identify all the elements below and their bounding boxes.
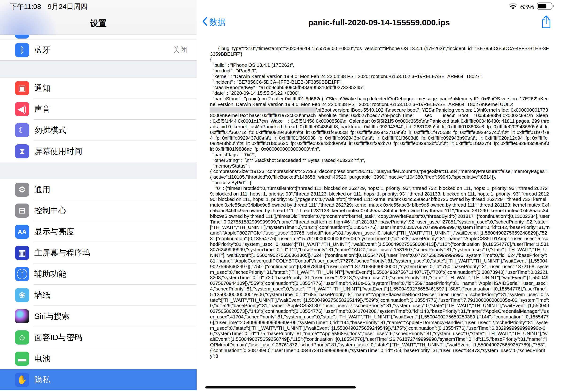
- redacted-kernel-uuid: [210, 107, 316, 113]
- sidebar-item-label: 隐私: [34, 374, 50, 385]
- sidebar-item-label: 屏幕使用时间: [34, 146, 82, 157]
- sidebar-item-label: 通用: [34, 184, 50, 195]
- control-center-icon: ⊟: [15, 204, 29, 218]
- sidebar-item-label: 勿扰模式: [34, 125, 66, 136]
- sidebar-item-face-id[interactable]: ☺面容ID与密码: [0, 327, 197, 348]
- sidebar-item-accessibility[interactable]: ᛉ辅助功能: [0, 263, 197, 285]
- accessibility-icon: ᛉ: [15, 267, 29, 281]
- do-not-disturb-icon-glyph: ☾: [18, 126, 26, 134]
- ipad-settings-screen: 下午11:08 9月24日周四 设置 ᛒ蓝牙关闭▣通知◀)声音☾勿扰模式⧗屏幕使…: [0, 0, 561, 392]
- scrolled-row-peek: [0, 35, 197, 39]
- bluetooth-icon: ᛒ: [15, 43, 29, 57]
- display-brightness-icon-glyph: AA: [18, 229, 27, 235]
- wifi-icon: [508, 3, 518, 11]
- wallpaper-icon-glyph: ❀: [19, 291, 26, 299]
- sidebar-item-control-center[interactable]: ⊟控制中心: [0, 200, 197, 221]
- sounds-icon: ◀): [15, 102, 29, 116]
- sidebar-header: 下午11:08 9月24日周四 设置: [0, 0, 197, 35]
- sidebar-item-wallpaper[interactable]: ❀墙纸: [0, 285, 197, 306]
- detail-pane: 数据 panic-full-2020-09-14-155559.000.ips …: [197, 0, 561, 392]
- share-button[interactable]: [541, 15, 552, 30]
- sidebar-group: ⚙通用⊟控制中心AA显示与亮度▦主屏幕与程序坞ᛉ辅助功能❀墙纸Siri与搜索☺面…: [0, 179, 197, 390]
- do-not-disturb-icon: ☾: [15, 123, 29, 137]
- sidebar-group: ▣通知◀)声音☾勿扰模式⧗屏幕使用时间: [0, 77, 197, 162]
- share-icon: [541, 25, 552, 29]
- screen-time-icon-glyph: ⧗: [19, 147, 25, 156]
- status-bar-left: 下午11:08 9月24日周四: [10, 2, 88, 11]
- sidebar-item-screen-time[interactable]: ⧗屏幕使用时间: [0, 141, 197, 162]
- sidebar-item-label: 控制中心: [34, 205, 66, 216]
- back-button-label: 数据: [209, 17, 226, 28]
- sidebar-title: 设置: [0, 18, 197, 29]
- settings-sidebar: 下午11:08 9月24日周四 设置 ᛒ蓝牙关闭▣通知◀)声音☾勿扰模式⧗屏幕使…: [0, 0, 197, 392]
- battery-setting-icon-glyph: ▬: [18, 354, 26, 363]
- sidebar-item-label: 蓝牙: [34, 45, 50, 55]
- sidebar-item-value: 关闭: [173, 45, 188, 55]
- sidebar-item-sounds[interactable]: ◀)声音: [0, 98, 197, 120]
- home-indicator[interactable]: [205, 386, 356, 389]
- sidebar-item-label: 面容ID与密码: [34, 332, 82, 343]
- privacy-icon-glyph: ✋: [17, 376, 27, 384]
- general-icon-glyph: ⚙: [18, 185, 26, 194]
- sidebar-item-bluetooth[interactable]: ᛒ蓝牙关闭: [0, 39, 197, 60]
- back-button[interactable]: 数据: [202, 17, 226, 28]
- sidebar-item-display-brightness[interactable]: AA显示与亮度: [0, 221, 197, 242]
- crash-log-content[interactable]: {"bug_type":"210","timestamp":"2020-09-1…: [197, 35, 561, 392]
- general-icon: ⚙: [15, 183, 29, 197]
- battery-percent: 63%: [520, 3, 534, 11]
- sidebar-item-label: 墙纸: [34, 290, 50, 301]
- sidebar-item-label: Siri与搜索: [34, 311, 70, 322]
- battery-icon: [537, 1, 555, 12]
- sounds-icon-glyph: ◀): [17, 105, 27, 113]
- home-screen-dock-icon-glyph: ▦: [18, 249, 26, 257]
- face-id-icon-glyph: ☺: [18, 333, 27, 342]
- sidebar-item-label: 主屏幕与程序坞: [34, 248, 90, 258]
- sidebar-item-notifications[interactable]: ▣通知: [0, 77, 197, 98]
- section-separator: [0, 60, 197, 77]
- sidebar-item-do-not-disturb[interactable]: ☾勿扰模式: [0, 120, 197, 141]
- status-bar-right: 63%: [508, 1, 555, 12]
- sidebar-item-label: 辅助功能: [34, 269, 66, 279]
- section-separator: [0, 162, 197, 179]
- notifications-icon-glyph: ▣: [18, 84, 26, 92]
- control-center-icon-glyph: ⊟: [19, 206, 26, 215]
- privacy-icon: ✋: [15, 373, 29, 387]
- chevron-left-icon: [202, 17, 207, 28]
- accessibility-icon-glyph: ᛉ: [17, 269, 27, 279]
- siri-icon: [15, 309, 29, 323]
- crash-log-text-before-uuid: {"bug_type":"210","timestamp":"2020-09-1…: [210, 46, 549, 107]
- wifi-settings-icon: [15, 35, 29, 39]
- crash-log-text-after-uuid: \niBoot version: iBoot-5540.102.4\nsecur…: [210, 107, 552, 359]
- notifications-icon: ▣: [15, 81, 29, 95]
- sidebar-item-label: 声音: [34, 104, 50, 114]
- sidebar-item-privacy[interactable]: ✋隐私: [0, 369, 197, 390]
- sidebar-item-label: 通知: [34, 83, 50, 94]
- sidebar-item-siri[interactable]: Siri与搜索: [0, 306, 197, 327]
- wallpaper-icon: ❀: [15, 288, 29, 302]
- home-screen-dock-icon: ▦: [15, 246, 29, 260]
- status-time: 下午11:08: [10, 2, 41, 11]
- sidebar-item-general[interactable]: ⚙通用: [0, 179, 197, 200]
- sidebar-list[interactable]: ᛒ蓝牙关闭▣通知◀)声音☾勿扰模式⧗屏幕使用时间⚙通用⊟控制中心AA显示与亮度▦…: [0, 35, 197, 392]
- status-date: 9月24日周四: [48, 2, 88, 11]
- page-title: panic-full-2020-09-14-155559.000.ips: [225, 18, 533, 27]
- bluetooth-icon-glyph: ᛒ: [20, 46, 25, 54]
- screen-time-icon: ⧗: [15, 144, 29, 158]
- sidebar-item-home-screen-dock[interactable]: ▦主屏幕与程序坞: [0, 242, 197, 263]
- battery-setting-icon: ▬: [15, 352, 29, 366]
- sidebar-item-label: 显示与亮度: [34, 226, 74, 237]
- detail-nav-bar: 数据 panic-full-2020-09-14-155559.000.ips: [197, 0, 561, 35]
- sidebar-item-battery-setting[interactable]: ▬电池: [0, 348, 197, 369]
- display-brightness-icon: AA: [15, 225, 29, 239]
- sidebar-item-label: 电池: [34, 353, 50, 364]
- sidebar-group: ᛒ蓝牙关闭: [0, 39, 197, 60]
- face-id-icon: ☺: [15, 330, 29, 345]
